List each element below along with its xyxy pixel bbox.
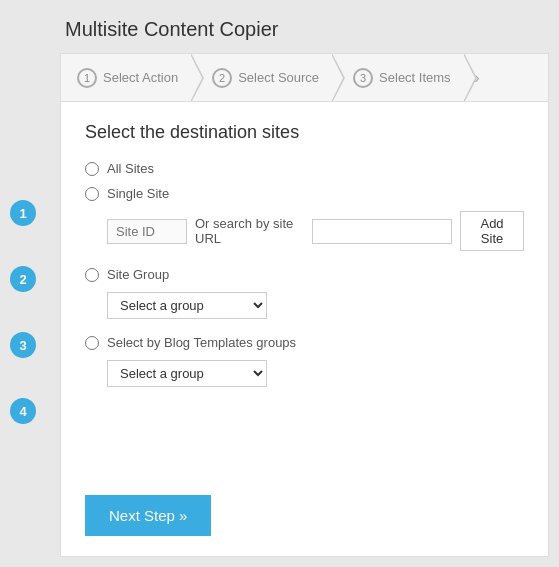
label-single-site[interactable]: Single Site	[107, 186, 169, 201]
group-select-1[interactable]: Select a group	[107, 292, 267, 319]
side-num-4: 4	[10, 398, 36, 424]
url-input[interactable]	[312, 219, 452, 244]
group-select-row-1: Select a group	[107, 292, 524, 319]
label-all-sites[interactable]: All Sites	[107, 161, 154, 176]
steps-breadcrumb: 1 Select Action 2 Select Source 3 Select…	[61, 54, 548, 102]
step-2-label: Select Source	[238, 70, 319, 85]
label-site-group[interactable]: Site Group	[107, 267, 169, 282]
option-row-single-site: Single Site	[85, 186, 524, 201]
step-1[interactable]: 1 Select Action	[61, 54, 190, 101]
site-id-row: Or search by site URL Add Site	[107, 211, 524, 251]
step-3-number: 3	[353, 68, 373, 88]
step-2[interactable]: 2 Select Source	[190, 54, 331, 101]
page-title: Multisite Content Copier	[65, 18, 539, 41]
step-3-label: Select Items	[379, 70, 451, 85]
radio-single-site[interactable]	[85, 187, 99, 201]
or-text: Or search by site URL	[195, 216, 304, 246]
group-select-row-2: Select a group	[107, 360, 524, 387]
option-row-site-group: Site Group	[85, 267, 524, 282]
side-number-list: 1 2 3 4	[10, 200, 36, 424]
label-blog-templates[interactable]: Select by Blog Templates groups	[107, 335, 296, 350]
step-2-number: 2	[212, 68, 232, 88]
side-num-1: 1	[10, 200, 36, 226]
add-site-button[interactable]: Add Site	[460, 211, 524, 251]
radio-blog-templates[interactable]	[85, 336, 99, 350]
option-row-blog-templates: Select by Blog Templates groups	[85, 335, 524, 350]
side-num-2: 2	[10, 266, 36, 292]
group-select-2[interactable]: Select a group	[107, 360, 267, 387]
step-3[interactable]: 3 Select Items	[331, 54, 463, 101]
radio-site-group[interactable]	[85, 268, 99, 282]
site-id-input[interactable]	[107, 219, 187, 244]
step-1-number: 1	[77, 68, 97, 88]
option-row-all-sites: All Sites	[85, 161, 524, 176]
section-heading: Select the destination sites	[85, 122, 524, 143]
next-step-button[interactable]: Next Step »	[85, 495, 211, 536]
step-1-label: Select Action	[103, 70, 178, 85]
radio-all-sites[interactable]	[85, 162, 99, 176]
side-num-3: 3	[10, 332, 36, 358]
